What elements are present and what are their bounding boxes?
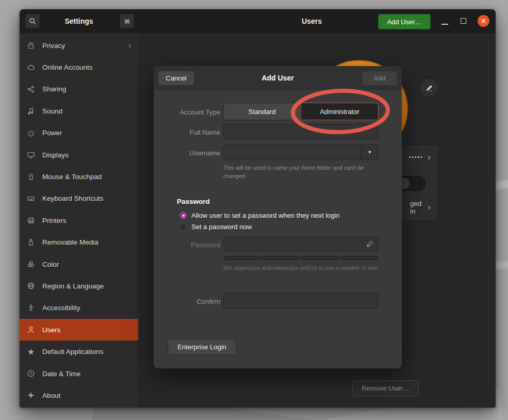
printer-icon <box>27 216 35 224</box>
mouse-icon <box>27 173 35 181</box>
sidebar-item-about[interactable]: About <box>20 384 138 406</box>
password-dots: ••••• <box>409 154 423 160</box>
chevron-right-icon: › <box>428 152 431 163</box>
sidebar-item-power[interactable]: Power <box>20 122 138 144</box>
lock-icon <box>27 41 35 50</box>
clock-icon <box>27 369 35 378</box>
power-icon <box>27 129 35 137</box>
password-hint: Mix uppercase and lowercase and try to u… <box>223 264 383 272</box>
radio-next-login-label[interactable]: Allow user to set a password when they n… <box>191 212 340 219</box>
sparkle-icon <box>27 391 35 399</box>
radio-set-now-label[interactable]: Set a password now <box>191 223 252 231</box>
removable-media-icon <box>27 238 35 247</box>
hamburger-icon <box>123 18 131 25</box>
globe-icon <box>27 282 35 290</box>
password-label: Password <box>158 241 220 249</box>
account-type-label: Account Type <box>158 108 220 116</box>
add-user-dialog: Add User Cancel Add Account Type Standar… <box>154 66 402 368</box>
accessibility-icon <box>27 304 35 312</box>
chevron-down-icon: ▼ <box>368 150 372 155</box>
star-icon <box>27 348 35 356</box>
sidebar-list: Privacy › Online Accounts Sharing Sound <box>20 35 138 407</box>
sidebar-item-online-accounts[interactable]: Online Accounts <box>20 56 138 78</box>
radio-password-next-login[interactable] <box>179 212 187 219</box>
sidebar-item-color[interactable]: Color <box>20 253 138 275</box>
sidebar: Privacy › Online Accounts Sharing Sound <box>20 33 138 408</box>
sidebar-item-removable-media[interactable]: Removable Media <box>20 232 138 253</box>
chevron-right-icon: › <box>128 41 131 50</box>
pencil-icon <box>425 84 434 92</box>
password-input[interactable] <box>223 236 379 252</box>
password-strength-meter <box>223 256 379 260</box>
sidebar-item-users[interactable]: Users <box>20 319 138 341</box>
sidebar-item-region-language[interactable]: Region & Language <box>20 275 138 297</box>
share-icon <box>27 85 35 93</box>
cancel-button[interactable]: Cancel <box>158 71 194 86</box>
confirm-label: Confirm <box>158 298 220 305</box>
page-title: Users <box>138 9 496 33</box>
cloud-icon <box>27 63 35 72</box>
color-icon <box>27 260 35 268</box>
sidebar-item-privacy[interactable]: Privacy › <box>20 35 138 56</box>
standard-button[interactable]: Standard <box>223 103 301 120</box>
username-label: Username <box>158 149 220 157</box>
menu-button[interactable] <box>119 13 135 29</box>
username-dropdown-button[interactable]: ▼ <box>361 145 378 159</box>
radio-set-password-now[interactable] <box>179 223 187 231</box>
desktop: Settings Users Add User… Privacy <box>0 0 508 420</box>
add-button[interactable]: Add <box>362 71 398 86</box>
logged-in-text: ged in <box>410 200 428 215</box>
display-icon <box>27 151 35 159</box>
generate-password-button[interactable] <box>366 240 374 250</box>
sidebar-item-sharing[interactable]: Sharing <box>20 78 138 100</box>
sound-icon <box>27 107 35 115</box>
users-icon <box>27 326 35 334</box>
close-button[interactable] <box>478 15 489 27</box>
enterprise-login-button[interactable]: Enterprise Login <box>168 339 236 355</box>
headerbar: Settings Users Add User… <box>20 9 496 33</box>
chevron-right-icon: › <box>428 202 431 213</box>
sidebar-item-sound[interactable]: Sound <box>20 100 138 122</box>
sidebar-item-accessibility[interactable]: Accessibility <box>20 297 138 319</box>
sidebar-item-mouse-touchpad[interactable]: Mouse & Touchpad <box>20 166 138 187</box>
remove-user-button[interactable]: Remove User… <box>352 380 419 396</box>
settings-window: Settings Users Add User… Privacy <box>20 9 496 408</box>
keyboard-icon <box>27 195 35 203</box>
add-user-button[interactable]: Add User… <box>378 14 431 29</box>
minimize-icon[interactable] <box>441 24 448 25</box>
maximize-icon[interactable] <box>461 18 466 24</box>
confirm-input[interactable] <box>223 293 379 309</box>
full-name-input[interactable] <box>223 124 379 139</box>
sidebar-item-printers[interactable]: Printers <box>20 209 138 231</box>
username-input[interactable]: ▼ <box>223 144 379 160</box>
edit-avatar-button[interactable] <box>419 78 439 98</box>
sidebar-item-displays[interactable]: Displays <box>20 144 138 166</box>
sidebar-item-default-applications[interactable]: Default Applications <box>20 341 138 362</box>
password-heading: Password <box>177 198 210 205</box>
full-name-label: Full Name <box>158 128 220 136</box>
username-hint: This will be used to name your home fold… <box>223 164 375 181</box>
sidebar-item-date-time[interactable]: Date & Time <box>20 363 138 384</box>
sidebar-item-keyboard-shortcuts[interactable]: Keyboard Shortcuts <box>20 188 138 209</box>
generate-password-icon <box>366 240 374 248</box>
close-icon <box>481 18 486 24</box>
administrator-button[interactable]: Administrator <box>301 103 379 120</box>
